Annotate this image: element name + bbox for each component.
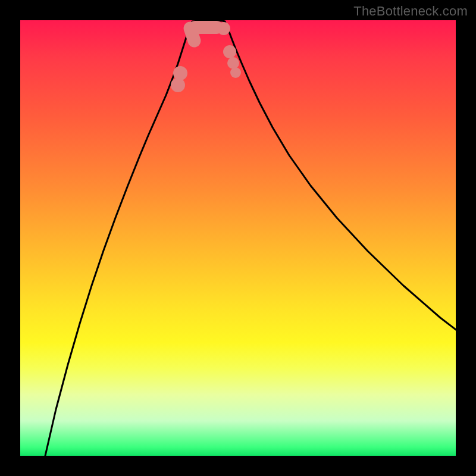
chart-frame: TheBottleneck.com: [0, 0, 476, 476]
chart-plot-area: [20, 20, 456, 456]
curve-marker-0: [171, 78, 185, 92]
curve-marker-4: [217, 22, 230, 35]
chart-svg: [20, 20, 456, 456]
curve-marker-6: [227, 57, 239, 69]
curve-marker-5: [223, 45, 236, 58]
bottleneck-curve: [45, 21, 456, 456]
curve-marker-1: [173, 66, 187, 80]
chart-curves: [45, 21, 456, 456]
watermark-text: TheBottleneck.com: [353, 4, 468, 19]
curve-marker-7: [230, 67, 241, 78]
chart-markers: [171, 20, 241, 92]
